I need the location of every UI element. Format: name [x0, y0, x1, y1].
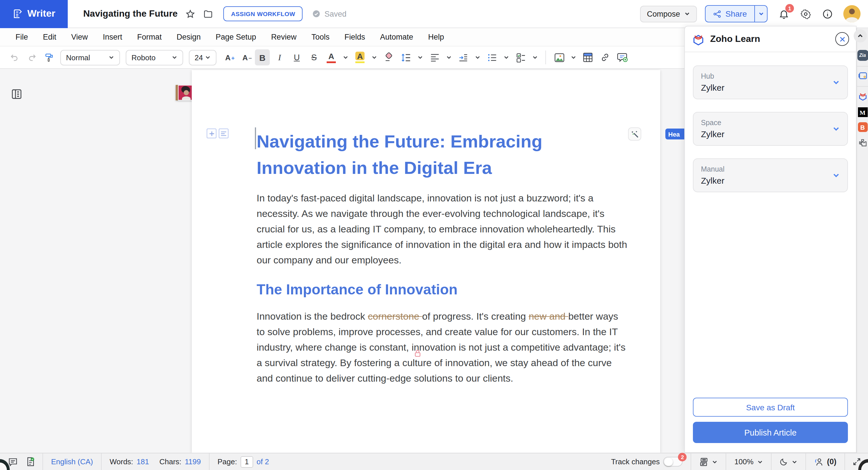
info-button[interactable] — [822, 8, 833, 19]
page-navigator: Page: 1 of 2 — [213, 456, 274, 467]
panel-footer: Save as Draft Publish Article — [685, 391, 856, 452]
menu-view[interactable]: View — [64, 33, 95, 41]
bullet-list-dropdown[interactable] — [502, 49, 511, 65]
line-spacing-dropdown[interactable] — [415, 49, 425, 65]
page-view-selector[interactable] — [695, 457, 722, 466]
compose-button[interactable]: Compose — [640, 5, 697, 22]
collaborators-control[interactable]: (0) — [809, 457, 841, 466]
menu-insert[interactable]: Insert — [95, 33, 130, 41]
menu-fields[interactable]: Fields — [337, 33, 373, 41]
highlight-color-button[interactable]: A — [352, 49, 367, 65]
panel-body: Hub Zylker Space Zylker Manual Zylker — [685, 52, 856, 391]
doc-heading-1[interactable]: Navigating the Future: Embracing Innovat… — [257, 129, 624, 181]
collapse-rail-button[interactable] — [854, 29, 867, 42]
zoom-control[interactable]: 100% — [730, 458, 768, 466]
zoom-level: 100% — [735, 458, 754, 466]
page-total: of 2 — [257, 458, 269, 466]
menu-review[interactable]: Review — [264, 33, 304, 41]
document-outline-button[interactable] — [9, 87, 24, 101]
align-button[interactable] — [427, 49, 442, 65]
comments-button[interactable] — [8, 457, 18, 466]
assign-workflow-button[interactable]: ASSIGN WORKFLOW — [224, 6, 303, 21]
line-spacing-button[interactable] — [398, 49, 413, 65]
menu-automate[interactable]: Automate — [373, 33, 421, 41]
track-change-marker — [176, 85, 178, 100]
clear-formatting-button[interactable] — [381, 49, 396, 65]
notification-badge: 1 — [785, 4, 794, 12]
undo-button[interactable] — [7, 49, 22, 65]
menu-tools[interactable]: Tools — [304, 33, 337, 41]
insert-table-button[interactable] — [580, 49, 595, 65]
settings-button[interactable] — [800, 8, 811, 19]
close-panel-button[interactable] — [835, 32, 849, 46]
underline-button[interactable]: U — [289, 49, 304, 65]
decrease-font-button[interactable]: A− — [238, 49, 253, 65]
user-avatar[interactable] — [843, 5, 861, 22]
align-dropdown[interactable] — [444, 49, 454, 65]
indent-button[interactable] — [456, 49, 471, 65]
folder-icon[interactable] — [204, 9, 213, 19]
indent-dropdown[interactable] — [473, 49, 482, 65]
space-select[interactable]: Space Zylker — [693, 112, 848, 146]
font-size-select[interactable]: 24 — [189, 50, 216, 65]
insert-image-button[interactable] — [552, 49, 567, 65]
insert-image-dropdown[interactable] — [569, 49, 578, 65]
increase-font-button[interactable]: A+ — [220, 49, 236, 65]
word-count[interactable]: Words: 181 Chars: 1199 — [105, 458, 206, 466]
favorite-star-icon[interactable] — [186, 9, 195, 19]
redo-button[interactable] — [24, 49, 39, 65]
menu-page-setup[interactable]: Page Setup — [208, 33, 264, 41]
ai-assistant-button[interactable] — [628, 127, 641, 140]
menu-design[interactable]: Design — [169, 33, 208, 41]
night-mode-control[interactable] — [775, 458, 802, 466]
highlight-color-dropdown[interactable] — [370, 49, 379, 65]
share-dropdown-button[interactable] — [754, 5, 768, 22]
paragraph-style-select[interactable]: Normal — [60, 50, 120, 65]
paragraph-1[interactable]: In today's fast-paced digital landscape,… — [257, 190, 629, 268]
checklist-icon — [516, 53, 526, 62]
blogger-icon[interactable]: B — [858, 122, 867, 132]
manual-select[interactable]: Manual Zylker — [693, 158, 848, 192]
bold-button[interactable]: B — [255, 49, 270, 65]
checklist-button[interactable] — [513, 49, 528, 65]
notifications-button[interactable]: 1 — [778, 8, 789, 19]
track-changes-toggle[interactable]: 2 — [663, 457, 683, 467]
zoho-learn-rail-icon[interactable] — [858, 91, 867, 101]
hub-select[interactable]: Hub Zylker — [693, 65, 848, 99]
font-color-button[interactable]: A — [324, 49, 339, 65]
chevron-down-icon — [684, 11, 690, 17]
drag-block-icon[interactable] — [219, 129, 228, 138]
document-title[interactable]: Navigating the Future — [83, 9, 178, 19]
document-page[interactable]: Navigating the Future: Embracing Innovat… — [192, 70, 660, 453]
font-family-select[interactable]: Roboto — [126, 50, 183, 65]
add-comment-button[interactable] — [615, 49, 630, 65]
manual-label: Manual — [701, 165, 724, 173]
checklist-dropdown[interactable] — [530, 49, 539, 65]
menu-file[interactable]: File — [8, 33, 36, 41]
writer-logo[interactable]: Writer — [0, 0, 68, 28]
insert-link-button[interactable] — [598, 49, 613, 65]
format-painter-button[interactable] — [41, 49, 56, 65]
save-as-draft-button[interactable]: Save as Draft — [693, 398, 848, 417]
publish-article-button[interactable]: Publish Article — [693, 422, 848, 443]
font-color-dropdown[interactable] — [341, 49, 350, 65]
paragraph-2[interactable]: Innovation is the bedrock cornerstone of… — [257, 309, 629, 386]
medium-icon[interactable]: M — [858, 107, 867, 117]
deleted-text[interactable]: cornerstone — [368, 311, 422, 322]
add-block-icon[interactable] — [207, 129, 216, 138]
page-number-input[interactable]: 1 — [241, 456, 253, 467]
menu-edit[interactable]: Edit — [36, 33, 64, 41]
italic-button[interactable]: I — [272, 49, 287, 65]
spellcheck-button[interactable] — [26, 457, 35, 467]
share-button[interactable]: Share — [705, 5, 754, 22]
extensions-puzzle-icon[interactable] — [858, 138, 867, 148]
language-selector[interactable]: English (CA) — [46, 458, 98, 466]
deleted-text[interactable]: new and — [529, 311, 568, 322]
menu-help[interactable]: Help — [421, 33, 452, 41]
bullet-list-button[interactable] — [485, 49, 499, 65]
wallet-icon[interactable] — [858, 72, 867, 80]
strikethrough-button[interactable]: S — [307, 49, 321, 65]
menu-format[interactable]: Format — [130, 33, 169, 41]
doc-heading-2[interactable]: The Importance of Innovation — [257, 281, 600, 298]
zia-icon[interactable]: Zia — [857, 50, 868, 61]
